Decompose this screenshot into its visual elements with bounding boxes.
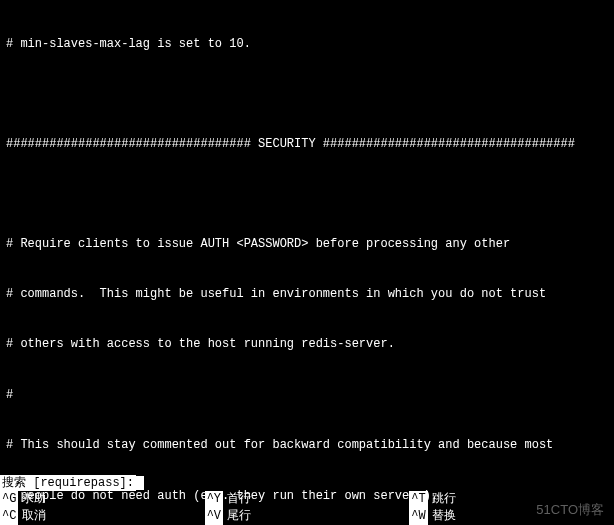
shortcut-cancel[interactable]: ^C 取消	[0, 508, 205, 525]
config-line: #	[6, 387, 608, 404]
config-line: # min-slaves-max-lag is set to 10.	[6, 36, 608, 53]
shortcut-help[interactable]: ^G 求助	[0, 491, 205, 508]
key-label: ^W	[409, 508, 427, 525]
shortcut-firstline[interactable]: ^Y 首行	[205, 491, 410, 508]
shortcut-text: 跳行	[432, 491, 456, 508]
key-label: ^T	[409, 491, 427, 508]
config-line: ################################## SECUR…	[6, 136, 608, 153]
config-line: # This should stay commented out for bac…	[6, 437, 608, 454]
nano-bottom-bar: 搜索 [requirepass]: ^G 求助 ^Y 首行 ^T 跳行 ^C 取…	[0, 475, 614, 525]
key-label: ^C	[0, 508, 18, 525]
shortcut-text: 替换	[432, 508, 456, 525]
key-label: ^Y	[205, 491, 223, 508]
key-label: ^V	[205, 508, 223, 525]
shortcut-lastline[interactable]: ^V 尾行	[205, 508, 410, 525]
shortcut-text: 取消	[22, 508, 46, 525]
config-line	[6, 186, 608, 202]
config-line: # Require clients to issue AUTH <PASSWOR…	[6, 236, 608, 253]
config-line: # commands. This might be useful in envi…	[6, 286, 608, 303]
shortcut-text: 尾行	[227, 508, 251, 525]
watermark-text: 51CTO博客	[536, 501, 604, 519]
key-label: ^G	[0, 491, 18, 508]
search-prompt[interactable]: 搜索 [requirepass]:	[0, 475, 614, 492]
editor-content: # min-slaves-max-lag is set to 10. #####…	[0, 0, 614, 525]
shortcut-text: 首行	[227, 491, 251, 508]
config-line	[6, 86, 608, 102]
shortcut-bar: ^G 求助 ^Y 首行 ^T 跳行	[0, 491, 614, 508]
shortcut-text: 求助	[22, 491, 46, 508]
shortcut-bar-2: ^C 取消 ^V 尾行 ^W 替换	[0, 508, 614, 525]
config-line: # others with access to the host running…	[6, 336, 608, 353]
search-label: 搜索 [requirepass]:	[0, 475, 136, 492]
cursor-icon	[136, 476, 144, 490]
